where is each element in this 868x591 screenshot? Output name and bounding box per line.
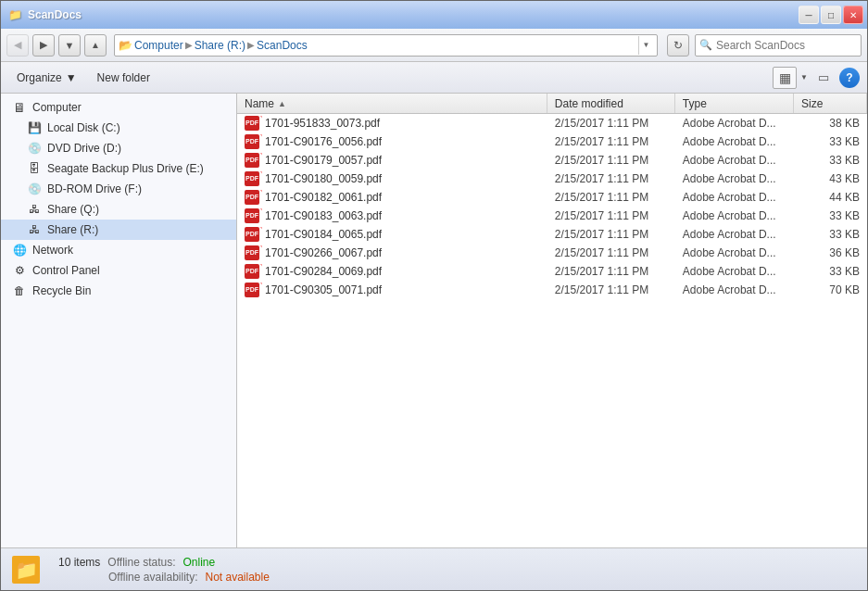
col-date-label: Date modified xyxy=(555,97,623,110)
maximize-button[interactable]: □ xyxy=(821,6,841,24)
sidebar-label-control-panel: Control Panel xyxy=(32,264,100,277)
file-size-cell: 70 KB xyxy=(794,283,867,296)
file-type-cell: Adobe Acrobat D... xyxy=(675,283,794,296)
titlebar-controls: ─ □ ✕ xyxy=(799,6,863,24)
file-type-cell: Adobe Acrobat D... xyxy=(675,191,794,204)
close-button[interactable]: ✕ xyxy=(843,6,863,24)
file-type-cell: Adobe Acrobat D... xyxy=(675,209,794,222)
sidebar-label-share-r: Share (R:) xyxy=(47,223,98,236)
view-dropdown-button[interactable]: ▼ xyxy=(800,73,808,82)
sidebar-item-seagate-e[interactable]: 🗄 Seagate Backup Plus Drive (E:) xyxy=(1,158,236,179)
file-size-cell: 33 KB xyxy=(794,135,867,148)
file-name-text: 1701-C90305_0071.pdf xyxy=(265,283,382,296)
organize-button[interactable]: Organize ▼ xyxy=(8,67,85,89)
sidebar-item-bdrom-f[interactable]: 💿 BD-ROM Drive (F:) xyxy=(1,179,236,199)
new-folder-button[interactable]: New folder xyxy=(89,67,158,89)
main-area: 🖥 Computer 💾 Local Disk (C:) 💿 DVD Drive… xyxy=(1,94,867,547)
dropdown-recent-button[interactable]: ▼ xyxy=(58,34,81,57)
offline-avail-value: Not available xyxy=(206,571,270,584)
column-header-name[interactable]: Name ▲ xyxy=(237,94,547,113)
sidebar-item-control-panel[interactable]: ⚙ Control Panel xyxy=(1,260,236,281)
sidebar-label-local-c: Local Disk (C:) xyxy=(47,121,120,134)
network-icon: 🌐 xyxy=(12,243,27,258)
sidebar-label-bdrom-f: BD-ROM Drive (F:) xyxy=(47,182,142,195)
computer-icon: 🖥 xyxy=(12,100,27,115)
table-row[interactable]: PDF 1701-C90266_0067.pdf 2/15/2017 1:11 … xyxy=(237,244,867,262)
view-icon: ▦ xyxy=(779,70,791,85)
dvd-drive-icon: 💿 xyxy=(27,141,42,156)
table-row[interactable]: PDF 1701-C90183_0063.pdf 2/15/2017 1:11 … xyxy=(237,207,867,225)
back-button[interactable]: ◀ xyxy=(6,34,29,57)
file-date-cell: 2/15/2017 1:11 PM xyxy=(547,172,675,185)
table-row[interactable]: PDF 1701-C90176_0056.pdf 2/15/2017 1:11 … xyxy=(237,132,867,151)
sidebar-label-recycle-bin: Recycle Bin xyxy=(32,284,91,297)
forward-button[interactable]: ▶ xyxy=(32,34,55,57)
sidebar-item-network[interactable]: 🌐 Network xyxy=(1,240,236,260)
pdf-icon: PDF xyxy=(245,245,259,260)
up-icon: ▲ xyxy=(91,40,100,50)
up-button[interactable]: ▲ xyxy=(84,34,107,57)
table-row[interactable]: PDF 1701-C90179_0057.pdf 2/15/2017 1:11 … xyxy=(237,151,867,170)
sidebar-label-dvd-d: DVD Drive (D:) xyxy=(47,142,121,155)
file-type-cell: Adobe Acrobat D... xyxy=(675,265,794,278)
file-size-cell: 44 KB xyxy=(794,191,867,204)
breadcrumb: 📂 Computer ▶ Share (R:) ▶ ScanDocs xyxy=(119,39,638,52)
file-date-cell: 2/15/2017 1:11 PM xyxy=(547,135,675,148)
file-size-cell: 38 KB xyxy=(794,117,867,130)
breadcrumb-sep-1: ▶ xyxy=(185,40,193,50)
minimize-button[interactable]: ─ xyxy=(799,6,819,24)
file-date-cell: 2/15/2017 1:11 PM xyxy=(547,191,675,204)
breadcrumb-computer[interactable]: Computer xyxy=(134,39,183,52)
pdf-icon: PDF xyxy=(245,190,259,205)
sidebar-item-computer[interactable]: 🖥 Computer xyxy=(1,97,236,118)
pdf-icon: PDF xyxy=(245,116,259,131)
titlebar-title: 📁 ScanDocs xyxy=(8,8,82,21)
file-name-text: 1701-C90183_0063.pdf xyxy=(265,209,382,222)
sidebar-label-network: Network xyxy=(32,244,73,257)
file-type-cell: Adobe Acrobat D... xyxy=(675,246,794,259)
statusbar: 📁 10 items Offline status: Online Offlin… xyxy=(1,547,867,590)
address-dropdown-button[interactable]: ▼ xyxy=(638,36,653,55)
sidebar-item-local-c[interactable]: 💾 Local Disk (C:) xyxy=(1,118,236,138)
breadcrumb-scandocs[interactable]: ScanDocs xyxy=(257,39,308,52)
table-row[interactable]: PDF 1701-C90180_0059.pdf 2/15/2017 1:11 … xyxy=(237,170,867,188)
file-name-text: 1701-C90176_0056.pdf xyxy=(265,135,382,148)
explorer-window: 📁 ScanDocs ─ □ ✕ ◀ ▶ ▼ ▲ 📂 Computer ▶ Sh xyxy=(0,0,868,591)
file-date-cell: 2/15/2017 1:11 PM xyxy=(547,209,675,222)
column-header-date[interactable]: Date modified xyxy=(547,94,675,113)
column-header-type[interactable]: Type xyxy=(675,94,794,113)
table-row[interactable]: PDF 1701-951833_0073.pdf 2/15/2017 1:11 … xyxy=(237,114,867,132)
pdf-icon: PDF xyxy=(245,208,259,223)
preview-pane-button[interactable]: ▭ xyxy=(811,67,836,89)
file-date-cell: 2/15/2017 1:11 PM xyxy=(547,228,675,241)
sidebar-item-recycle-bin[interactable]: 🗑 Recycle Bin xyxy=(1,281,236,301)
file-size-cell: 33 KB xyxy=(794,228,867,241)
recycle-bin-icon: 🗑 xyxy=(12,283,27,298)
file-size-cell: 33 KB xyxy=(794,209,867,222)
file-name-cell: PDF 1701-C90180_0059.pdf xyxy=(237,171,547,186)
back-icon: ◀ xyxy=(14,39,21,51)
table-row[interactable]: PDF 1701-C90182_0061.pdf 2/15/2017 1:11 … xyxy=(237,188,867,207)
help-button[interactable]: ? xyxy=(839,68,860,88)
table-row[interactable]: PDF 1701-C90305_0071.pdf 2/15/2017 1:11 … xyxy=(237,281,867,299)
file-name-cell: PDF 1701-C90284_0069.pdf xyxy=(237,264,547,279)
file-date-cell: 2/15/2017 1:11 PM xyxy=(547,283,675,296)
table-row[interactable]: PDF 1701-C90184_0065.pdf 2/15/2017 1:11 … xyxy=(237,225,867,244)
file-name-cell: PDF 1701-C90176_0056.pdf xyxy=(237,134,547,149)
search-input[interactable] xyxy=(716,39,857,52)
sidebar-item-share-r[interactable]: 🖧 Share (R:) xyxy=(1,220,236,240)
column-header-size[interactable]: Size xyxy=(794,94,867,113)
address-bar[interactable]: 📂 Computer ▶ Share (R:) ▶ ScanDocs ▼ xyxy=(114,34,658,57)
view-toggle-button[interactable]: ▦ xyxy=(773,67,797,89)
sidebar-item-dvd-d[interactable]: 💿 DVD Drive (D:) xyxy=(1,138,236,158)
offline-status-label: Offline status: xyxy=(107,556,175,569)
file-name-text: 1701-C90284_0069.pdf xyxy=(265,265,382,278)
search-box: 🔍 xyxy=(695,34,862,57)
sidebar-item-share-q[interactable]: 🖧 Share (Q:) xyxy=(1,199,236,220)
refresh-button[interactable]: ↻ xyxy=(667,34,689,57)
organize-label: Organize xyxy=(17,71,62,84)
table-row[interactable]: PDF 1701-C90284_0069.pdf 2/15/2017 1:11 … xyxy=(237,262,867,281)
breadcrumb-share-r[interactable]: Share (R:) xyxy=(195,39,245,52)
sidebar-label-share-q: Share (Q:) xyxy=(47,203,99,216)
refresh-icon: ↻ xyxy=(673,39,683,52)
